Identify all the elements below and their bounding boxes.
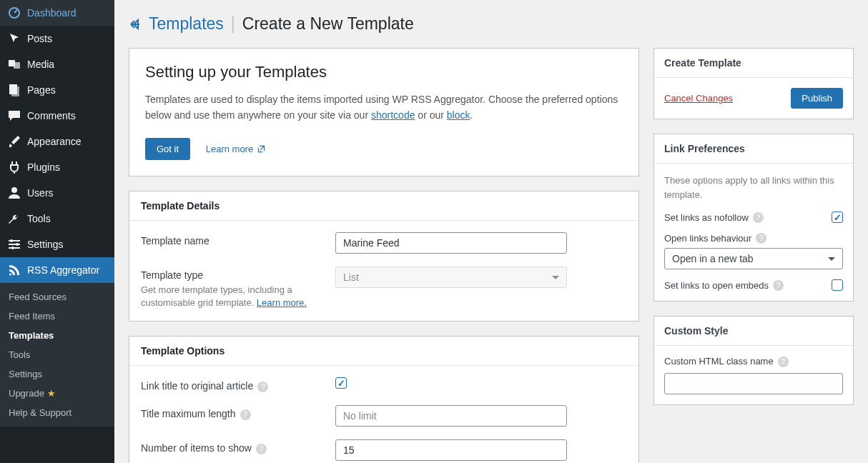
intro-title: Setting up your Templates — [145, 63, 623, 81]
dashboard-icon — [7, 6, 21, 20]
intro-panel: Setting up your Templates Templates are … — [129, 48, 639, 176]
title-max-label: Title maximum length? — [141, 405, 335, 420]
svg-point-5 — [11, 187, 17, 193]
star-icon: ★ — [47, 388, 56, 399]
plugin-icon — [7, 160, 21, 174]
shortcode-link[interactable]: shortcode — [371, 109, 415, 121]
custom-class-label: Custom HTML class name? — [664, 356, 789, 367]
intro-text: Templates are used to display the items … — [145, 91, 623, 124]
help-icon[interactable]: ? — [753, 212, 764, 223]
page-header: Templates | Create a New Template — [129, 14, 854, 34]
user-icon — [7, 186, 21, 200]
nofollow-label: Set links as nofollow? — [664, 212, 764, 223]
link-preferences-panel: Link Preferences These options apply to … — [654, 134, 854, 302]
menu-item-tools[interactable]: Tools — [0, 206, 114, 231]
open-embeds-checkbox[interactable] — [832, 279, 843, 291]
template-options-heading: Template Options — [129, 337, 638, 366]
link-preferences-heading: Link Preferences — [654, 134, 853, 164]
help-icon[interactable]: ? — [773, 280, 784, 291]
submenu-item-help-support[interactable]: Help & Support — [0, 403, 114, 422]
admin-sidebar: DashboardPostsMediaPagesCommentsAppearan… — [0, 0, 114, 463]
open-links-behaviour-label: Open links behaviour? — [664, 233, 843, 244]
menu-item-media[interactable]: Media — [0, 51, 114, 77]
custom-class-input[interactable] — [664, 373, 843, 394]
page-title: Create a New Template — [242, 14, 414, 34]
help-icon[interactable]: ? — [778, 357, 789, 367]
num-items-input[interactable] — [335, 439, 567, 461]
submenu-item-feed-items[interactable]: Feed Items — [0, 307, 114, 326]
block-link[interactable]: block — [447, 109, 470, 121]
svg-point-11 — [11, 247, 14, 249]
num-items-label: Number of items to show? — [141, 439, 335, 454]
svg-point-10 — [16, 243, 19, 246]
main-content: Templates | Create a New Template Settin… — [114, 0, 868, 463]
menu-item-settings[interactable]: Settings — [0, 231, 114, 257]
svg-rect-2 — [14, 62, 20, 69]
create-template-heading: Create Template — [654, 49, 853, 78]
menu-item-posts[interactable]: Posts — [0, 26, 114, 51]
media-icon — [7, 57, 21, 71]
help-icon[interactable]: ? — [756, 233, 766, 244]
template-name-input[interactable] — [335, 232, 567, 254]
template-name-label: Template name — [141, 232, 335, 247]
submenu-item-upgrade[interactable]: Upgrade★ — [0, 384, 114, 403]
cancel-changes-link[interactable]: Cancel Changes — [664, 93, 733, 104]
template-details-panel: Template Details Template name Template … — [129, 191, 639, 322]
breadcrumb-separator: | — [231, 14, 235, 34]
template-options-panel: Template Options Link title to original … — [129, 336, 639, 463]
menu-item-dashboard[interactable]: Dashboard — [0, 0, 114, 26]
breadcrumb-templates[interactable]: Templates — [149, 14, 224, 34]
help-icon[interactable]: ? — [257, 382, 268, 392]
wrench-icon — [7, 211, 21, 226]
create-template-panel: Create Template Cancel Changes Publish — [654, 48, 854, 119]
submenu-item-settings[interactable]: Settings — [0, 364, 114, 384]
got-it-button[interactable]: Got it — [145, 138, 190, 160]
submenu-item-tools[interactable]: Tools — [0, 345, 114, 364]
help-icon[interactable]: ? — [256, 444, 267, 454]
comments-icon — [7, 109, 21, 123]
brush-icon — [7, 134, 21, 149]
template-type-label: Template type Get more template types, i… — [141, 267, 335, 309]
svg-rect-4 — [11, 86, 19, 96]
submenu-item-templates[interactable]: Templates — [0, 326, 114, 345]
menu-item-pages[interactable]: Pages — [0, 77, 114, 103]
open-links-behaviour-select[interactable]: Open in a new tab — [664, 248, 843, 269]
pages-icon — [7, 83, 21, 97]
external-link-icon — [257, 144, 266, 154]
learn-more-link[interactable]: Learn more — [206, 144, 266, 154]
link-title-checkbox[interactable] — [335, 377, 347, 389]
menu-item-users[interactable]: Users — [0, 180, 114, 206]
open-embeds-label: Set links to open embeds? — [664, 280, 784, 291]
menu-item-plugins[interactable]: Plugins — [0, 154, 114, 180]
menu-item-rss-aggregator[interactable]: RSS Aggregator — [0, 257, 114, 283]
svg-point-9 — [10, 239, 13, 242]
template-type-select: List — [335, 267, 567, 288]
custom-style-heading: Custom Style — [654, 317, 853, 346]
link-title-label: Link title to original article? — [141, 377, 335, 392]
publish-button[interactable]: Publish — [791, 88, 843, 109]
template-details-heading: Template Details — [129, 191, 638, 221]
custom-style-panel: Custom Style Custom HTML class name? — [654, 316, 854, 405]
template-type-learn-more[interactable]: Learn more. — [257, 297, 307, 308]
rss-icon — [7, 263, 21, 277]
pin-icon — [7, 31, 21, 46]
menu-item-comments[interactable]: Comments — [0, 103, 114, 129]
menu-item-appearance[interactable]: Appearance — [0, 129, 114, 154]
title-max-input[interactable] — [335, 405, 567, 427]
help-icon[interactable]: ? — [240, 409, 251, 420]
submenu-item-feed-sources[interactable]: Feed Sources — [0, 287, 114, 307]
rss-submenu: Feed SourcesFeed ItemsTemplatesToolsSett… — [0, 283, 114, 427]
link-preferences-note: These options apply to all links within … — [664, 174, 843, 201]
settings-icon — [7, 237, 21, 252]
nofollow-checkbox[interactable] — [832, 211, 843, 223]
back-arrow-icon[interactable] — [129, 17, 143, 31]
